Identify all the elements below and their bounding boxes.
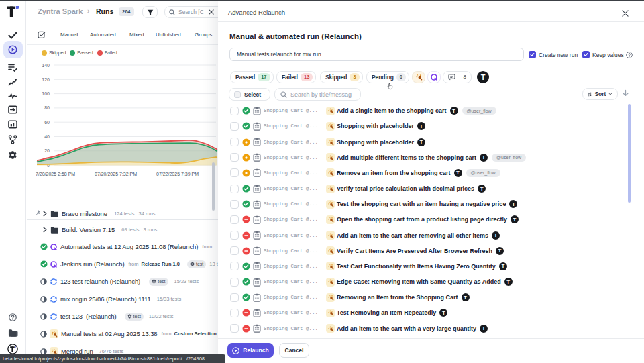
svg-text:20: 20: [44, 148, 50, 153]
svg-text:140: 140: [42, 63, 50, 68]
svg-text:40: 40: [44, 134, 50, 139]
svg-text:120: 120: [42, 77, 50, 82]
svg-text:100: 100: [42, 91, 50, 96]
svg-text:60: 60: [44, 120, 50, 125]
svg-text:80: 80: [44, 105, 50, 110]
